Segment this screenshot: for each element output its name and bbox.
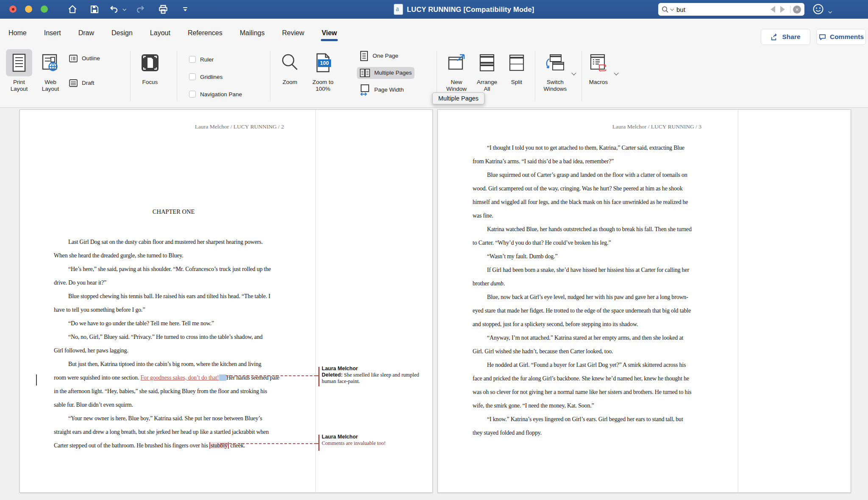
text-run[interactable]: “Anyway, I’m not attached.” Katrina star… bbox=[487, 335, 683, 341]
text-line[interactable]: wood. Girl scampered out of the way, cri… bbox=[473, 182, 707, 196]
text-line[interactable]: Blue squirmed out of Carter’s grasp and … bbox=[473, 168, 707, 182]
text-run[interactable]: sable fur. Blue didn’t even squirm. bbox=[54, 402, 133, 408]
multiple-pages-button[interactable]: Multiple Pages bbox=[357, 67, 415, 79]
save-icon[interactable] bbox=[89, 4, 100, 15]
text-run[interactable]: they stayed folded and floppy. bbox=[473, 430, 542, 436]
text-line[interactable]: brother dumb. bbox=[473, 277, 707, 291]
text-run[interactable]: Girl followed, her paws lagging. bbox=[54, 347, 128, 354]
text-line[interactable]: But just then, Katrina tiptoed into the … bbox=[54, 358, 293, 371]
text-run[interactable]: from Katrina’s arms. “I said this’d be a… bbox=[473, 158, 614, 165]
outline-button[interactable]: Outline bbox=[66, 53, 103, 64]
text-run[interactable]: . bbox=[504, 280, 505, 287]
text-run[interactable]: was oh so clever for not giving her a no… bbox=[473, 389, 691, 395]
undo-menu-chevron-icon[interactable] bbox=[121, 4, 127, 15]
page-body-text[interactable]: Last Girl Dog sat on the dusty cabin flo… bbox=[54, 235, 293, 453]
ruler-checkbox-box[interactable] bbox=[189, 56, 196, 63]
customize-toolbar-icon[interactable] bbox=[180, 4, 191, 15]
text-run[interactable]: was fine. bbox=[473, 212, 493, 219]
text-line[interactable]: face and pricked the fur along Girl’s ba… bbox=[473, 372, 707, 385]
text-line[interactable]: “I thought I told you not to get attache… bbox=[473, 141, 707, 155]
text-line[interactable]: If Girl had been born a snake, she’d hav… bbox=[473, 263, 707, 277]
text-line[interactable]: Last Girl Dog sat on the dusty cabin flo… bbox=[54, 235, 293, 249]
text-run[interactable]: brother bbox=[473, 280, 490, 287]
clear-search-button[interactable]: × bbox=[793, 6, 801, 14]
print-icon[interactable] bbox=[158, 4, 169, 15]
tab-view[interactable]: View bbox=[321, 22, 338, 45]
text-run[interactable]: face and pricked the fur along Girl’s ba… bbox=[473, 375, 689, 382]
text-run[interactable]: When she heard the dreaded gurgle, she t… bbox=[54, 252, 183, 259]
text-run[interactable]: wife, the smirk gone. “I need the money,… bbox=[473, 402, 594, 409]
margin-comment-deleted[interactable]: Laura Melchor Deleted: She smelled like … bbox=[322, 366, 432, 385]
text-line[interactable]: Katrina watched Blue, her hands outstret… bbox=[473, 223, 707, 236]
text-line[interactable]: “Anyway, I’m not attached.” Katrina star… bbox=[473, 331, 707, 345]
zoom-window-button[interactable] bbox=[41, 6, 48, 13]
text-run[interactable]: “Do we have to go under the table? Tell … bbox=[68, 320, 214, 327]
feedback-smiley-icon[interactable] bbox=[812, 3, 824, 15]
switch-windows-button[interactable]: Switch Windows bbox=[542, 49, 569, 92]
text-run[interactable]: dumb bbox=[490, 280, 503, 287]
text-line[interactable]: in the afternoon light. “Hey, babies,” s… bbox=[54, 385, 293, 398]
text-run[interactable]: Blue, now back at Girl’s eye level, nudg… bbox=[487, 294, 688, 300]
text-run[interactable]: Girl. Girl wished she hadn’t, because th… bbox=[473, 348, 613, 355]
text-line[interactable]: himself and wiggled all four legs, and t… bbox=[473, 196, 707, 209]
search-scope-chevron-icon[interactable] bbox=[670, 7, 673, 11]
text-line[interactable]: straight ears and drew a long breath, bu… bbox=[54, 425, 293, 439]
text-run[interactable]: “Wasn’t my fault. Dumb dog.” bbox=[487, 253, 557, 260]
tab-home[interactable]: Home bbox=[8, 22, 28, 45]
text-run[interactable]: straight ears and drew a long breath, bu… bbox=[54, 429, 269, 435]
tab-design[interactable]: Design bbox=[111, 22, 134, 45]
text-line[interactable]: Girl. Girl wished she hadn’t, because th… bbox=[473, 345, 707, 358]
text-run[interactable]: and stopped, just for a splickety second… bbox=[473, 321, 638, 327]
text-line[interactable]: When she heard the dreaded gurgle, she t… bbox=[54, 249, 293, 263]
tracked-insertion[interactable]: For goodness sakes, don’t do that! bbox=[141, 374, 219, 381]
text-run[interactable]: Blue stopped chewing his tennis ball. He… bbox=[68, 293, 270, 299]
text-line[interactable]: Blue, now back at Girl’s eye level, nudg… bbox=[473, 291, 707, 304]
text-line[interactable]: eyed stare that made her fidget. He trot… bbox=[473, 304, 707, 318]
one-page-button[interactable]: One Page bbox=[357, 50, 401, 62]
text-line[interactable]: drive. Do you hear it?” bbox=[54, 276, 293, 290]
tab-draw[interactable]: Draw bbox=[78, 22, 95, 45]
text-line[interactable]: was fine. bbox=[473, 209, 707, 223]
text-line[interactable]: was oh so clever for not giving her a no… bbox=[473, 385, 707, 399]
text-run[interactable]: “I thought I told you not to get attache… bbox=[487, 145, 684, 151]
text-run[interactable]: “No, no, Girl,” Bluey said. “Privacy.” H… bbox=[68, 334, 262, 340]
web-layout-button[interactable]: Web Layout bbox=[37, 49, 64, 92]
tab-mailings[interactable]: Mailings bbox=[239, 22, 266, 45]
margin-comment[interactable]: Laura Melchor Comments are invaluable to… bbox=[322, 434, 432, 447]
text-run[interactable]: “I know.” Katrina’s eyes lingered on Gir… bbox=[487, 416, 683, 422]
text-line[interactable]: Girl followed, her paws lagging. bbox=[54, 344, 293, 358]
text-run[interactable]: eyed stare that made her fidget. He trot… bbox=[473, 307, 691, 314]
text-line[interactable]: sable fur. Blue didn’t even squirm. bbox=[54, 398, 293, 412]
text-run[interactable]: If Girl had been born a snake, she’d hav… bbox=[487, 267, 689, 273]
feedback-menu-chevron-icon[interactable] bbox=[829, 7, 831, 15]
share-button[interactable]: Share bbox=[761, 29, 810, 45]
text-line[interactable]: they stayed folded and floppy. bbox=[473, 426, 707, 440]
text-line[interactable]: “Wasn’t my fault. Dumb dog.” bbox=[473, 250, 707, 263]
text-line[interactable]: and stopped, just for a splickety second… bbox=[473, 318, 707, 331]
text-line[interactable]: from Katrina’s arms. “I said this’d be a… bbox=[473, 155, 707, 168]
redo-icon[interactable] bbox=[135, 4, 146, 15]
zoom-to-100-button[interactable]: 100 Zoom to 100% bbox=[309, 49, 337, 92]
text-run[interactable]: Carter stepped out of the bathroom. He b… bbox=[54, 442, 209, 449]
new-window-button[interactable]: New Window bbox=[444, 49, 469, 92]
switch-windows-chevron-icon[interactable] bbox=[571, 70, 576, 75]
text-run[interactable]: have to tell you something before I go.” bbox=[54, 307, 145, 313]
tab-layout[interactable]: Layout bbox=[149, 22, 171, 45]
navigation-pane-checkbox-box[interactable] bbox=[189, 91, 196, 98]
deletion-anchor-highlight[interactable] bbox=[219, 374, 226, 381]
gridlines-checkbox-box[interactable] bbox=[189, 73, 196, 80]
text-line[interactable]: have to tell you something before I go.” bbox=[54, 303, 293, 317]
draft-button[interactable]: Draft bbox=[66, 77, 97, 89]
search-field[interactable]: but × bbox=[658, 3, 804, 16]
document-page-3[interactable]: Laura Melchor / LUCY RUNNING / 3 “I thou… bbox=[437, 109, 851, 493]
text-line[interactable]: “I know.” Katrina’s eyes lingered on Gir… bbox=[473, 413, 707, 426]
text-line[interactable]: Blue stopped chewing his tennis ball. He… bbox=[54, 290, 293, 303]
text-line[interactable]: to Carter. “Why’d you do that? He could’… bbox=[473, 236, 707, 250]
text-run[interactable]: Katrina watched Blue, her hands outstret… bbox=[487, 226, 692, 232]
text-line[interactable]: “Your new owner is here, Blue boy,” Katr… bbox=[54, 412, 293, 425]
text-run[interactable]: himself and wiggled all four legs, and t… bbox=[473, 199, 688, 205]
text-run[interactable]: He nodded at Girl. “Found a buyer for La… bbox=[487, 362, 686, 368]
text-run[interactable]: Blue squirmed out of Carter’s grasp and … bbox=[487, 172, 687, 178]
tab-references[interactable]: References bbox=[187, 22, 223, 45]
tab-review[interactable]: Review bbox=[281, 22, 305, 45]
